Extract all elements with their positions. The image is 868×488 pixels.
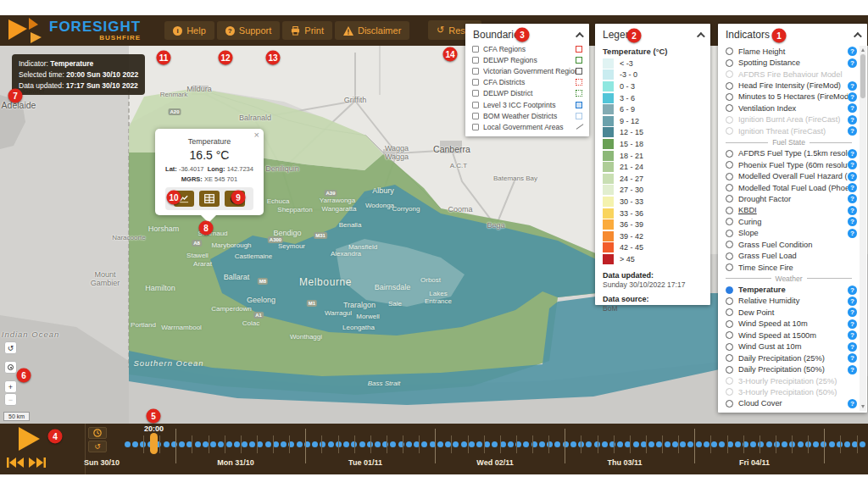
help-icon[interactable]: ? xyxy=(848,229,857,238)
play-button[interactable] xyxy=(19,427,40,451)
radio-icon[interactable] xyxy=(726,150,733,158)
help-icon[interactable]: ? xyxy=(848,103,857,113)
radio-icon[interactable] xyxy=(726,331,733,339)
boundary-row[interactable]: DELWP District xyxy=(465,88,589,99)
indicator-option[interactable]: Daily Precipitation (50%)? xyxy=(718,363,860,374)
support-button[interactable]: ? Support xyxy=(217,21,281,40)
radio-icon[interactable] xyxy=(726,70,733,78)
help-button[interactable]: i Help xyxy=(164,21,214,40)
help-icon[interactable]: ? xyxy=(848,160,857,169)
indicator-option[interactable]: Time Since Fire xyxy=(718,262,860,273)
boundary-row[interactable]: CFA Districts xyxy=(465,77,589,88)
radio-icon[interactable] xyxy=(726,47,733,55)
radio-icon[interactable] xyxy=(726,116,733,124)
checkbox-icon[interactable] xyxy=(472,102,479,108)
indicator-option[interactable]: Minutes to 5 Hectares (FireMod)? xyxy=(718,92,860,103)
zoom-out-button[interactable]: − xyxy=(4,393,17,406)
disclaimer-button[interactable]: Disclaimer xyxy=(335,21,409,40)
scroll-up-icon[interactable] xyxy=(861,48,865,52)
boundary-row[interactable]: Local Government Areas xyxy=(465,121,589,132)
radio-icon[interactable] xyxy=(726,377,733,385)
radio-icon[interactable] xyxy=(726,252,733,260)
collapse-chevron-icon[interactable] xyxy=(697,31,705,40)
help-icon[interactable]: ? xyxy=(848,183,857,192)
indicator-option[interactable]: Wind Speed at 10m? xyxy=(718,319,860,330)
scroll-thumb[interactable] xyxy=(860,54,865,98)
time-slider-handle[interactable] xyxy=(150,433,158,454)
help-icon[interactable]: ? xyxy=(848,308,857,317)
help-icon[interactable]: ? xyxy=(848,217,857,226)
indicator-option[interactable]: Ignition Threat (FireCast)? xyxy=(718,125,860,136)
checkbox-icon[interactable] xyxy=(472,46,479,53)
indicator-option[interactable]: Slope? xyxy=(718,228,860,239)
indicator-option[interactable]: Cloud Cover? xyxy=(718,398,860,409)
help-icon[interactable]: ? xyxy=(848,81,857,91)
indicator-option[interactable]: Drought Factor? xyxy=(718,193,860,204)
radio-icon[interactable] xyxy=(726,308,733,316)
skip-end-icon[interactable] xyxy=(29,458,46,468)
skip-start-icon[interactable] xyxy=(7,458,24,468)
indicator-option[interactable]: Curing? xyxy=(718,216,860,227)
boundary-row[interactable]: CFA Regions xyxy=(465,43,589,54)
radio-icon[interactable] xyxy=(726,366,733,374)
help-icon[interactable]: ? xyxy=(848,58,857,68)
table-button[interactable] xyxy=(199,191,220,207)
indicator-option[interactable]: Flame Height? xyxy=(718,46,860,57)
indicator-option[interactable]: 3-Hourly Precipitation (50%) xyxy=(718,386,860,397)
radio-icon[interactable] xyxy=(726,354,733,362)
radio-icon[interactable] xyxy=(726,230,733,237)
close-icon[interactable]: × xyxy=(254,130,259,140)
boundary-row[interactable]: DELWP Regions xyxy=(465,54,589,65)
help-icon[interactable]: ? xyxy=(848,297,857,306)
radio-icon[interactable] xyxy=(726,207,733,214)
help-icon[interactable]: ? xyxy=(848,342,857,352)
checkbox-icon[interactable] xyxy=(472,79,479,86)
radio-icon[interactable] xyxy=(726,343,733,351)
radio-icon[interactable] xyxy=(726,218,733,225)
indicator-option[interactable]: Ignition Burnt Area (FireCast)? xyxy=(718,114,860,125)
radio-icon[interactable] xyxy=(726,263,733,271)
collapse-chevron-icon[interactable] xyxy=(576,31,584,40)
zoom-in-button[interactable]: + xyxy=(4,380,17,393)
indicator-option[interactable]: Dew Point? xyxy=(718,307,860,318)
checkbox-icon[interactable] xyxy=(472,57,479,64)
radio-icon[interactable] xyxy=(726,173,733,180)
indicator-option[interactable]: Relative Humidity? xyxy=(718,296,860,307)
checkbox-icon[interactable] xyxy=(472,124,479,130)
help-icon[interactable]: ? xyxy=(848,399,857,408)
indicator-option[interactable]: Wind Gust at 10m? xyxy=(718,341,860,352)
help-icon[interactable]: ? xyxy=(848,47,857,56)
radio-icon[interactable] xyxy=(726,241,733,248)
indicator-option[interactable]: Temperature? xyxy=(718,284,860,295)
indicator-option[interactable]: 3-Hourly Precipitation (25%) xyxy=(718,375,860,386)
help-icon[interactable]: ? xyxy=(848,353,857,363)
indicator-option[interactable]: Ventilation Index? xyxy=(718,103,860,114)
help-icon[interactable]: ? xyxy=(848,365,857,374)
radio-icon[interactable] xyxy=(726,104,733,112)
radio-icon[interactable] xyxy=(726,184,733,191)
locate-button[interactable] xyxy=(4,361,17,374)
indicator-option[interactable]: Daily Precipitation (25%)? xyxy=(718,352,860,363)
help-icon[interactable]: ? xyxy=(848,149,857,158)
checkbox-icon[interactable] xyxy=(472,68,479,75)
radio-icon[interactable] xyxy=(726,388,733,396)
indicator-option[interactable]: Head Fire Intensity (FireMod)? xyxy=(718,80,860,91)
indicator-option[interactable]: Spotting Distance? xyxy=(718,57,860,68)
radio-icon[interactable] xyxy=(726,59,733,67)
radio-icon[interactable] xyxy=(726,161,733,169)
radio-icon[interactable] xyxy=(726,82,733,90)
print-button[interactable]: Print xyxy=(282,21,332,40)
rewind-button[interactable]: ↺ xyxy=(88,441,107,452)
radio-icon[interactable] xyxy=(726,286,733,294)
boundary-row[interactable]: BOM Weather Districts xyxy=(465,110,589,121)
indicator-option[interactable]: Phoenix Fuel Type (60m resolution)? xyxy=(718,159,860,170)
indicator-option[interactable]: AFDRS Fire Behaviour Model xyxy=(718,69,860,80)
help-icon[interactable]: ? xyxy=(848,330,857,340)
collapse-chevron-icon[interactable] xyxy=(854,31,862,40)
indicator-option[interactable]: Wind Speed at 1500m? xyxy=(718,330,860,341)
radio-icon[interactable] xyxy=(726,400,733,408)
radio-icon[interactable] xyxy=(726,127,733,135)
help-icon[interactable]: ? xyxy=(848,126,857,136)
radio-icon[interactable] xyxy=(726,297,733,305)
time-mode-button[interactable] xyxy=(88,427,107,439)
